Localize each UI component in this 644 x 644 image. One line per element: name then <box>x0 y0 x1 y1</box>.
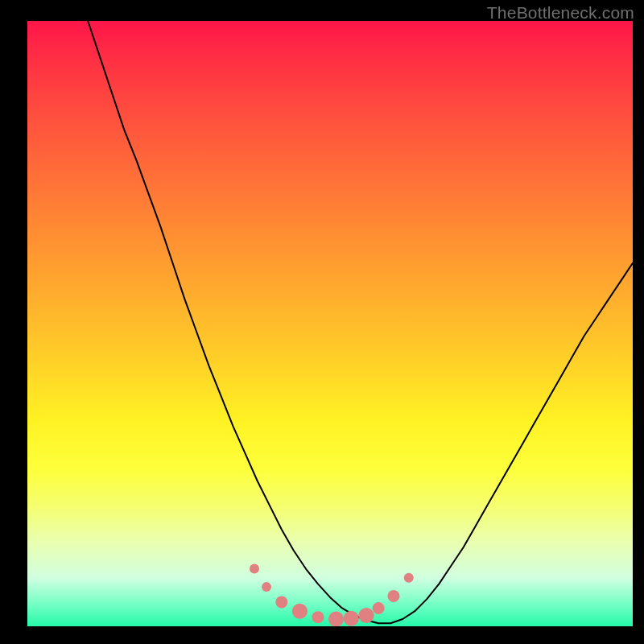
plot-area <box>27 21 633 626</box>
watermark-text: TheBottleneck.com <box>487 3 634 23</box>
data-marker <box>344 611 359 626</box>
data-marker <box>387 590 399 602</box>
data-marker <box>328 611 344 626</box>
data-marker <box>312 611 324 623</box>
data-marker <box>292 604 308 619</box>
chart-svg <box>27 21 633 626</box>
bottleneck-curve <box>88 21 633 623</box>
data-marker <box>373 602 385 614</box>
data-marker <box>250 564 259 574</box>
data-marker <box>275 596 287 608</box>
data-marker <box>262 582 271 592</box>
data-marker <box>404 573 414 583</box>
data-marker <box>359 608 374 623</box>
chart-frame: TheBottleneck.com <box>0 0 644 644</box>
